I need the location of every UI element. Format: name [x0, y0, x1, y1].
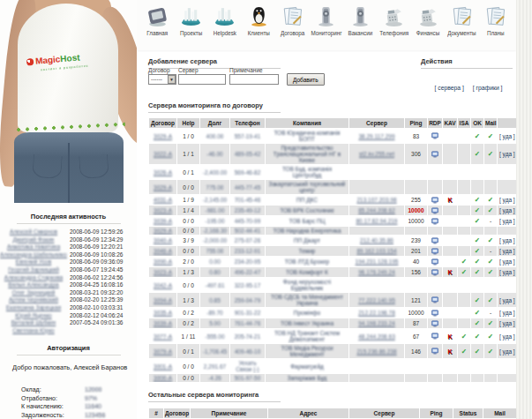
server-input[interactable] — [178, 74, 226, 85]
server-link[interactable]: 48.244.208.63 — [358, 333, 395, 340]
activity-user-link[interactable]: Дмитрий Фокин — [0, 236, 67, 244]
delete-link[interactable]: [ уда ] — [499, 269, 515, 275]
server-link[interactable]: 80.17.82.94.219 — [356, 218, 398, 224]
rdp-icon[interactable] — [431, 348, 438, 354]
contract-link[interactable]: 3022-A — [154, 151, 172, 157]
rdp-icon[interactable] — [431, 309, 438, 315]
nav-item-vacancies[interactable]: Вакансии — [343, 5, 377, 50]
activity-user-link[interactable]: Вялых Александра — [0, 281, 67, 289]
server-link[interactable]: 212.40.35.86 — [360, 237, 393, 243]
delete-link[interactable]: [ уда ] — [499, 207, 515, 213]
rdp-icon[interactable] — [431, 296, 438, 303]
rdp-icon[interactable] — [431, 196, 438, 202]
delete-link[interactable]: [ уда ] — [499, 297, 515, 303]
contract-link[interactable]: 3079-A — [154, 348, 172, 355]
contract-select[interactable]: ------ ▼ — [148, 74, 176, 85]
nav-item-projects[interactable]: Проекты — [174, 5, 207, 50]
contract-link[interactable]: 3000-A — [154, 375, 172, 381]
delete-link[interactable]: [ уда ] — [499, 320, 515, 326]
activity-user-link[interactable]: Олег Зарницкий — [0, 289, 67, 297]
delete-link[interactable]: [ уда ] — [499, 197, 515, 203]
contract-link[interactable]: 3023-A — [154, 269, 172, 275]
rdp-icon[interactable] — [431, 319, 438, 325]
server-link[interactable]: 213.107.203.98 — [356, 197, 396, 203]
rdp-icon[interactable] — [431, 217, 438, 223]
delete-link[interactable]: [ уда ] — [499, 218, 515, 224]
rdp-icon[interactable] — [431, 206, 438, 213]
contract-link[interactable]: 3040-A — [154, 237, 172, 243]
delete-link[interactable]: [ уда ] — [499, 237, 515, 243]
kav-icon[interactable]: K — [447, 197, 452, 203]
note-input[interactable] — [229, 74, 279, 85]
contract-link[interactable]: 3039-A — [154, 320, 172, 326]
server-link[interactable]: 89.162.103.154 — [356, 248, 396, 254]
rdp-icon[interactable] — [431, 333, 438, 339]
delete-link[interactable]: [ уда ] — [499, 248, 515, 254]
server-link[interactable]: 38.29.117.299 — [358, 133, 394, 139]
nav-item-documents[interactable]: Документы — [445, 5, 478, 50]
rdp-icon[interactable] — [431, 247, 438, 253]
server-link[interactable]: 77.222.140.95 — [358, 297, 395, 303]
server-link[interactable]: 212.22.198.78 — [358, 310, 395, 316]
nav-item-monitoring[interactable]: Мониторинг — [310, 5, 343, 50]
contract-link[interactable]: 3077-A — [154, 333, 172, 340]
server-link[interactable]: st2.kv.255.net — [359, 151, 394, 157]
delete-link[interactable]: [ уда ] — [499, 348, 515, 355]
activity-user-link[interactable]: Алексей Смирнов — [0, 228, 67, 236]
add-button[interactable]: Добавить — [287, 73, 325, 86]
server-link[interactable]: 96.176.249.24 — [358, 269, 395, 275]
activity-user-link[interactable]: Александра Шабельникова — [0, 251, 67, 259]
kav-icon[interactable]: K — [447, 269, 452, 275]
rdp-icon[interactable] — [431, 132, 438, 138]
delete-link[interactable]: [ уда ] — [499, 310, 515, 316]
activity-user-link[interactable]: Александра Старкова — [0, 274, 67, 282]
server-link[interactable]: 85.244.208.62 — [358, 207, 395, 213]
delete-link[interactable]: [ уда ] — [499, 151, 515, 157]
delete-link[interactable]: [ уда ] — [499, 333, 515, 340]
contract-link[interactable]: 3029-A — [154, 228, 172, 234]
nav-item-contracts[interactable]: Договора — [275, 5, 309, 50]
rdp-icon[interactable] — [431, 236, 438, 243]
nav-item-helpdesk[interactable]: Helpdesk — [208, 5, 242, 50]
contract-link[interactable]: 4031-A — [154, 197, 172, 203]
nav-item-clients[interactable]: Клиенты — [242, 5, 275, 50]
contract-link[interactable]: 3094-A — [154, 297, 172, 303]
rdp-icon[interactable] — [431, 258, 438, 264]
actions-title: Действия — [421, 57, 516, 65]
kav-icon[interactable]: K — [447, 333, 452, 340]
servers-link[interactable]: [ сервера ] — [434, 85, 463, 91]
contract-link[interactable]: 3042-A — [154, 282, 172, 288]
nav-item-home[interactable]: Главная — [140, 5, 174, 50]
rdp-icon[interactable] — [431, 150, 438, 156]
activity-user-link[interactable]: Евгений Усов — [0, 258, 67, 266]
activity-user-link[interactable]: Светлана Юрко — [0, 327, 67, 335]
server-link[interactable]: 94.198.233.24 — [358, 320, 395, 326]
nav-item-telephony[interactable]: Телефония — [378, 5, 411, 50]
delete-link[interactable]: [ уда ] — [499, 258, 515, 265]
activity-user-link[interactable]: Артем Чернявский — [0, 296, 67, 304]
activity-user-link[interactable]: Анжелика Никитина — [0, 243, 67, 251]
activity-user-link[interactable]: Виталий Шубкин — [0, 319, 67, 327]
nav-item-plans[interactable]: Планы — [479, 5, 513, 50]
cell-kav — [443, 257, 458, 267]
contract-link[interactable]: 3039-A — [154, 218, 172, 224]
kav-icon[interactable]: K — [447, 348, 452, 355]
contract-link[interactable]: 3001-A — [154, 363, 172, 370]
server-link[interactable]: 215.236.86.238 — [356, 348, 396, 355]
delete-link[interactable]: [ уда ] — [499, 133, 515, 139]
contract-link[interactable]: 3026-A — [154, 169, 172, 176]
activity-user-link[interactable]: Юрий Яценко — [0, 312, 67, 320]
activity-user-link[interactable]: Екатерина Зарецкая — [0, 304, 67, 312]
server-link[interactable]: 194.231.128.195 — [356, 258, 399, 265]
contract-link[interactable]: 3090-A — [154, 258, 172, 265]
nav-item-finance[interactable]: Финансы — [411, 5, 445, 50]
chevron-down-icon[interactable]: ▼ — [168, 75, 176, 84]
contract-link[interactable]: 3046-A — [154, 248, 172, 254]
contract-link[interactable]: 3023-A — [154, 207, 172, 213]
rdp-icon[interactable] — [431, 268, 438, 274]
graphs-link[interactable]: [ графики ] — [473, 85, 503, 91]
contract-link[interactable]: 3029-A — [154, 133, 172, 139]
contract-link[interactable]: 3029-A — [154, 184, 172, 191]
activity-user-link[interactable]: Георгий Зарницкий — [0, 266, 67, 274]
contract-link[interactable]: 3035-A — [154, 310, 172, 316]
